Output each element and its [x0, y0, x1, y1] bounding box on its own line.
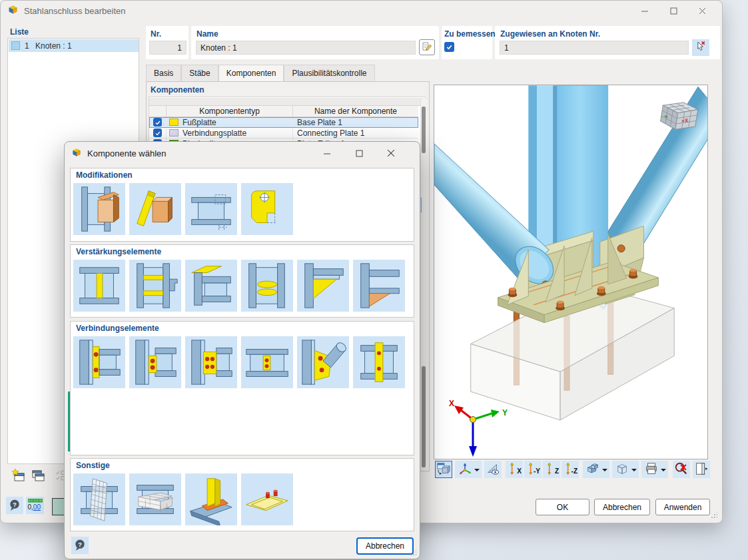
- dropdown-arrow-icon[interactable]: [474, 469, 480, 474]
- table-header-row: Komponententyp Name der Komponente: [149, 106, 418, 117]
- minimize-icon: [324, 150, 331, 157]
- item-number: 1: [25, 41, 33, 51]
- component-thumb-weld[interactable]: [185, 473, 237, 525]
- modal-app-icon: [71, 147, 82, 160]
- modal-minimize-button[interactable]: [314, 146, 340, 160]
- side-panel-icon: [694, 461, 709, 478]
- edit-note-icon: [421, 41, 433, 55]
- tab-plausibilit-tskontrolle[interactable]: Plausibilitätskontrolle: [284, 65, 374, 81]
- tab-st-be[interactable]: Stäbe: [181, 65, 218, 81]
- toolbar-render-solid-button[interactable]: [583, 461, 609, 478]
- component-thumb-cover-plate[interactable]: [353, 336, 405, 388]
- viewport-toolbar: X-YZ-Z: [435, 461, 710, 478]
- toolbar-view-z-button[interactable]: -Z: [561, 461, 579, 478]
- modal-cancel-button[interactable]: Abbrechen: [356, 537, 414, 555]
- component-row-verbindungsplatte[interactable]: VerbindungsplatteConnecting Plate 1: [149, 128, 418, 139]
- component-thumb-stub[interactable]: [73, 183, 125, 235]
- component-type: Fußplatte: [183, 118, 216, 127]
- toolbar-zoom-reset-button[interactable]: [673, 461, 690, 478]
- anwenden-button[interactable]: Anwenden: [655, 499, 710, 515]
- header-type: Komponententyp: [167, 106, 293, 117]
- component-thumb-stiffener-pair[interactable]: [129, 260, 181, 312]
- toolbar-measure-view-button[interactable]: [484, 461, 502, 478]
- toolbar-view-y-button[interactable]: -Y: [524, 461, 542, 478]
- minimize-button[interactable]: [632, 3, 657, 18]
- item-color-swatch: [11, 41, 20, 50]
- component-thumb-flange-plate[interactable]: [185, 260, 237, 312]
- ok-button[interactable]: OK: [536, 499, 589, 515]
- component-thumb-flat-plate[interactable]: [241, 473, 293, 525]
- list-item-knoten-1[interactable]: 1Knoten : 1: [9, 39, 139, 52]
- close-button[interactable]: [689, 3, 715, 18]
- nr-label: Nr.: [151, 29, 161, 39]
- component-thumb-web-splice[interactable]: [241, 336, 293, 388]
- zugewiesen-label: Zugewiesen an Knoten Nr.: [500, 29, 600, 39]
- component-select-dialog: Komponente wählen ModifikationenVerstärk…: [64, 141, 420, 559]
- toolbar-render-wire-button[interactable]: [612, 461, 639, 478]
- resize-grip[interactable]: [711, 512, 717, 519]
- dropdown-arrow-icon[interactable]: [602, 469, 607, 474]
- bemessen-label: Zu bemessen: [444, 29, 496, 39]
- scrollbar-thumb-bottom[interactable]: [422, 366, 426, 467]
- component-thumb-splice-plate[interactable]: [185, 336, 237, 388]
- toolbar-view-z-button[interactable]: Z: [543, 461, 560, 478]
- help-button[interactable]: ?: [6, 497, 23, 514]
- table-scrollbar[interactable]: [420, 99, 426, 469]
- component-name: Connecting Plate 1: [297, 129, 364, 138]
- modal-close-button[interactable]: [378, 146, 404, 160]
- tab-basis[interactable]: Basis: [146, 65, 181, 81]
- component-color-swatch: [169, 129, 179, 137]
- copy-window-button[interactable]: [29, 467, 47, 485]
- dropdown-arrow-icon[interactable]: [631, 469, 637, 474]
- scrollbar-thumb-top[interactable]: [422, 107, 426, 153]
- pick-node-button[interactable]: [692, 39, 709, 56]
- abbrechen-button[interactable]: Abbrechen: [594, 499, 650, 515]
- close-icon: [699, 7, 706, 15]
- tab-komponenten[interactable]: Komponenten: [218, 65, 284, 81]
- component-thumb-plate-cut[interactable]: [129, 183, 181, 235]
- row-checkbox[interactable]: [153, 129, 162, 137]
- edit-name-button[interactable]: [419, 39, 435, 55]
- modal-resize-grip[interactable]: [410, 549, 416, 556]
- maximize-icon: [356, 150, 363, 157]
- component-thumb-rib-plates[interactable]: [241, 260, 293, 312]
- app-icon: [7, 4, 19, 17]
- section-title: Verstärkungselemente: [76, 247, 161, 256]
- modal-maximize-button[interactable]: [346, 146, 372, 160]
- component-thumb-haunch-profile[interactable]: [353, 260, 405, 312]
- main-titlebar[interactable]: Stahlanschluss bearbeiten: [1, 1, 722, 21]
- bemessen-checkbox[interactable]: [444, 42, 454, 52]
- component-thumb-stiffener[interactable]: [73, 260, 125, 312]
- toolbar-viewport-mode-button[interactable]: [435, 461, 452, 478]
- new-window-icon: [10, 467, 26, 485]
- dropdown-arrow-icon[interactable]: [661, 469, 666, 474]
- component-thumb-mesh-solid[interactable]: [129, 473, 181, 525]
- component-thumb-beam-notch[interactable]: [185, 183, 237, 235]
- components-title: Komponenten: [151, 85, 204, 95]
- row-checkbox[interactable]: [153, 118, 162, 127]
- component-thumb-gusset-tube[interactable]: [297, 336, 349, 388]
- toolbar-iso-view-button[interactable]: [455, 461, 482, 478]
- decimal-places-button[interactable]: 0,00: [26, 497, 44, 514]
- component-thumb-haunch-plate[interactable]: [297, 260, 349, 312]
- header-name: Name der Komponente: [293, 106, 418, 117]
- header-checkbox-col: [149, 106, 167, 117]
- 3d-viewport[interactable]: +X X Y Z: [434, 85, 708, 459]
- component-thumb-mesh-plane[interactable]: [73, 473, 125, 525]
- component-thumb-plate-contour[interactable]: [241, 183, 293, 235]
- maximize-button[interactable]: [661, 3, 686, 18]
- component-thumb-fin-plate[interactable]: [129, 336, 181, 388]
- new-window-button[interactable]: [9, 467, 27, 485]
- modal-help-button[interactable]: ?: [71, 537, 89, 554]
- toolbar-side-panel-button[interactable]: [693, 461, 710, 478]
- toolbar-print-button[interactable]: [641, 461, 668, 478]
- decimal-label: 0,00: [28, 503, 41, 511]
- ruler-icon: [28, 499, 43, 503]
- nr-field[interactable]: 1: [149, 41, 187, 55]
- toolbar-view-x-button[interactable]: X: [506, 461, 523, 478]
- component-row-fu-platte[interactable]: FußplatteBase Plate 1: [149, 117, 418, 128]
- zugewiesen-field[interactable]: 1: [500, 41, 689, 55]
- copy-window-icon: [30, 467, 46, 485]
- component-thumb-end-plate[interactable]: [73, 336, 125, 388]
- name-field[interactable]: Knoten : 1: [196, 41, 416, 55]
